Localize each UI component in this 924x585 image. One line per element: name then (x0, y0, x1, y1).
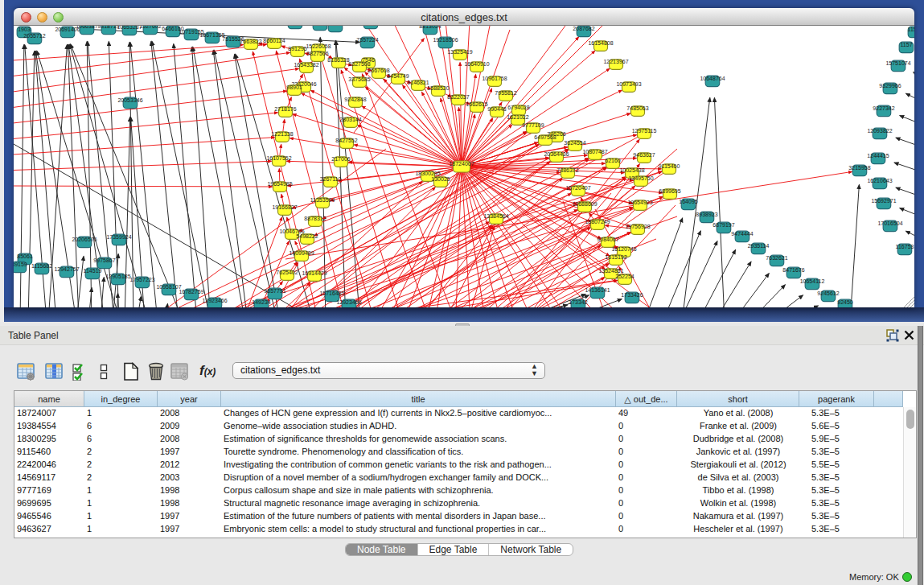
svg-text:1621022: 1621022 (507, 114, 528, 120)
svg-text:9084067: 9084067 (597, 237, 618, 242)
svg-text:114519: 114519 (84, 268, 102, 274)
svg-text:18807249: 18807249 (585, 219, 610, 225)
svg-text:17016504: 17016504 (877, 220, 902, 226)
svg-text:20206576: 20206576 (72, 237, 97, 242)
svg-text:15716485: 15716485 (319, 290, 344, 296)
svg-text:9327508: 9327508 (348, 61, 370, 67)
svg-text:2803144: 2803144 (339, 117, 361, 122)
svg-text:9474444: 9474444 (731, 231, 753, 237)
svg-text:10807487: 10807487 (582, 149, 607, 154)
svg-text:15692971: 15692971 (871, 198, 896, 204)
svg-text:17957223: 17957223 (129, 277, 154, 282)
svg-text:9242848: 9242848 (344, 97, 366, 102)
svg-text:10025438: 10025438 (619, 167, 644, 173)
svg-text:20364436: 20364436 (544, 151, 569, 157)
svg-text:9827506: 9827506 (306, 51, 328, 56)
svg-text:9115460: 9115460 (659, 163, 680, 169)
svg-text:39159: 39159 (14, 262, 27, 267)
svg-text:11353594: 11353594 (310, 197, 335, 203)
svg-text:130025: 130025 (431, 176, 450, 182)
svg-text:8454749: 8454749 (387, 73, 409, 79)
svg-text:8427552: 8427552 (335, 138, 357, 143)
svg-text:16210643: 16210643 (867, 178, 892, 183)
svg-text:17359924: 17359924 (106, 234, 131, 240)
svg-text:14099489: 14099489 (289, 250, 314, 256)
svg-text:12923466: 12923466 (336, 299, 361, 305)
svg-text:217006: 217006 (331, 156, 350, 162)
svg-text:16033809: 16033809 (322, 26, 347, 27)
svg-text:6899695: 6899695 (659, 188, 680, 194)
svg-text:3375685: 3375685 (348, 76, 370, 82)
svg-text:19756928: 19756928 (625, 224, 650, 229)
svg-text:1066387: 1066387 (76, 26, 97, 29)
svg-text:12975115: 12975115 (632, 128, 657, 134)
svg-text:16543382: 16543382 (294, 62, 318, 68)
svg-text:10653287: 10653287 (117, 26, 142, 30)
svg-text:8660124: 8660124 (263, 38, 285, 43)
svg-text:1615192: 1615192 (605, 254, 626, 260)
svg-text:7625402: 7625402 (276, 270, 298, 275)
svg-text:7485063: 7485063 (626, 105, 648, 111)
svg-text:19166827: 19166827 (272, 204, 297, 210)
svg-text:11547: 11547 (908, 27, 914, 32)
svg-text:173342: 173342 (569, 299, 587, 305)
svg-text:16107552: 16107552 (266, 155, 291, 161)
svg-text:6879197: 6879197 (713, 222, 734, 228)
svg-text:10961758: 10961758 (482, 76, 507, 81)
svg-text:12905185: 12905185 (105, 274, 130, 279)
svg-text:10973493: 10973493 (616, 81, 641, 87)
svg-text:1157: 1157 (900, 42, 912, 47)
svg-text:12923466: 12923466 (202, 298, 227, 303)
svg-text:15720407: 15720407 (565, 185, 590, 191)
svg-text:19654923: 19654923 (627, 200, 652, 205)
svg-text:1562615: 1562615 (466, 101, 487, 107)
svg-text:8878312: 8878312 (304, 216, 326, 221)
svg-text:2087682: 2087682 (573, 26, 594, 31)
svg-text:9975867: 9975867 (93, 257, 115, 263)
svg-text:13495750: 13495750 (628, 175, 653, 181)
svg-text:116753: 116753 (896, 244, 914, 249)
svg-text:5498222: 5498222 (296, 233, 318, 239)
svg-text:92450: 92450 (837, 299, 853, 305)
svg-text:98901: 98901 (286, 84, 302, 90)
svg-text:16120746: 16120746 (611, 246, 636, 252)
svg-text:10648764: 10648764 (700, 76, 725, 81)
svg-text:891295: 891295 (288, 46, 306, 51)
svg-text:9329966: 9329966 (879, 83, 901, 89)
svg-text:7632621: 7632621 (766, 255, 787, 261)
svg-text:9463627: 9463627 (633, 152, 655, 158)
svg-text:3267110: 3267110 (320, 176, 342, 182)
svg-text:6794028: 6794028 (507, 105, 529, 110)
svg-text:20053346: 20053346 (117, 97, 142, 103)
svg-text:12093822: 12093822 (867, 128, 892, 134)
svg-text:18724007: 18724007 (449, 161, 474, 167)
svg-text:6497568: 6497568 (534, 134, 556, 140)
svg-text:16782759: 16782759 (179, 289, 203, 295)
svg-text:8938923: 8938923 (696, 212, 717, 217)
svg-text:18300295: 18300295 (415, 171, 440, 176)
svg-text:14136141: 14136141 (585, 287, 610, 293)
svg-text:16671355: 16671355 (199, 32, 224, 38)
svg-text:10958107: 10958107 (156, 284, 181, 290)
svg-text:15751074: 15751074 (885, 60, 910, 66)
svg-text:9146821: 9146821 (407, 80, 429, 85)
svg-text:10654112: 10654112 (800, 278, 825, 284)
svg-text:8186328: 8186328 (327, 57, 349, 63)
svg-text:7955812: 7955812 (495, 90, 516, 96)
svg-text:13524851: 13524851 (598, 268, 623, 274)
svg-text:1244415: 1244415 (867, 153, 889, 159)
svg-text:7357224: 7357224 (356, 37, 378, 43)
svg-text:7386372: 7386372 (556, 167, 578, 173)
svg-text:2935114: 2935114 (748, 243, 770, 249)
svg-text:10688609: 10688609 (572, 201, 597, 207)
svg-text:3215958: 3215958 (848, 165, 870, 171)
svg-text:9777109: 9777109 (522, 122, 544, 128)
svg-text:9857791: 9857791 (264, 288, 285, 294)
svg-text:1588520: 1588520 (427, 85, 449, 91)
svg-text:13384564: 13384564 (483, 213, 508, 219)
svg-text:12942757: 12942757 (54, 266, 79, 272)
svg-text:16914479: 16914479 (302, 270, 326, 276)
svg-text:3624554: 3624554 (564, 140, 585, 146)
svg-text:12213967: 12213967 (603, 59, 628, 64)
svg-text:8471676: 8471676 (782, 267, 804, 273)
